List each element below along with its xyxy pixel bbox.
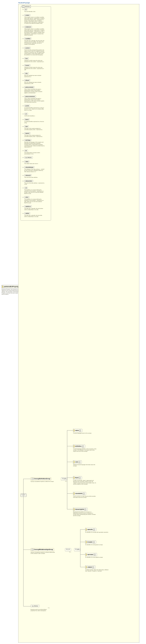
concept-rel-child-sameAs: sameAs+An identifier of a concept with e… xyxy=(85,528,108,533)
attr-validfrom: validfromThe date (and, optionally, the … xyxy=(24,206,50,210)
concept-rel-desc: A group of properties required to indica… xyxy=(31,552,55,554)
attr-pubconstrainturi: pubconstrainturiOne or many constraints … xyxy=(24,96,50,103)
attr-typeuri: typeuriThe type of the concept assigned … xyxy=(24,132,50,137)
concept-def-seq: 0..∞ xyxy=(61,478,67,482)
attr-reluri: reluriThe identifier of a concept defini… xyxy=(24,196,50,204)
attr-dir: dirThe directionality of textual content… xyxy=(24,150,50,154)
attr-rel: relThe identifier of a concept defining … xyxy=(24,187,50,194)
attr-how: howIndicates by which means the value wa… xyxy=(24,58,50,62)
attr-type: typeThe type of the concept assigned as … xyxy=(24,125,50,130)
root-label: publishedExtProperty xyxy=(4,286,19,287)
attr-creatoruri: creatoruriIf the property value is not d… xyxy=(24,26,50,36)
concept-rel-child-related: related+A related concept, where the rel… xyxy=(85,566,108,572)
attributes-box: −attributes idThe local identifier of th… xyxy=(21,6,51,220)
concept-def-child-facet: facet+In NAR 1.8 and later, 'facet' is d… xyxy=(73,476,96,485)
concept-def-child-note: note+Additional natural language informa… xyxy=(73,460,96,466)
attr-valueunit: valueunitThe unit of the value attribute… xyxy=(24,174,50,178)
attr-modified: modifiedThe date (and, optionally, the t… xyxy=(24,38,50,45)
attr-qcode: qcodeA concept identifier expressed as a… xyxy=(24,105,50,111)
attr-creator: creatorIf the property value is not defi… xyxy=(24,14,50,24)
main-sequence xyxy=(21,494,27,497)
attr-whyuri: whyuriWhy the metadata has been included… xyxy=(24,79,50,84)
concept-def-child-remoteInfo: remoteInfo+A link to an item or a web re… xyxy=(73,492,96,498)
attr-pubconstraint: pubconstraintOne or many constraints tha… xyxy=(24,86,50,94)
concept-rel-child-narrower: narrower+An identifier of a more specifi… xyxy=(85,553,103,558)
attr-xml:lang: xml:langSpecifies the language of this p… xyxy=(24,139,50,148)
concept-def-child-definition: definition+A natural language definition… xyxy=(73,445,96,452)
attr-valuedatatype: valuedatatypeThe datatype of the value a… xyxy=(24,166,50,172)
attr-any_other: any ##other xyxy=(24,156,50,158)
concept-def-child-name: name+A natural language name for the con… xyxy=(73,429,91,434)
attr-uri: uriA URI which identifies a xyxy=(24,113,50,116)
concept-relationships-group: −ConceptRelationshipsGroup A group of pr… xyxy=(31,548,55,554)
attr-literal: literalA concept identifier expressed as… xyxy=(24,118,50,123)
attr-valueunituri: valueunituriThe unit of the value attrib… xyxy=(24,180,50,185)
attr-custom: customIf set to true the corresponding p… xyxy=(24,47,50,56)
any-other-element: any ##other 0..∞ Extension point for pro… xyxy=(31,605,50,611)
concept-rel-choice xyxy=(74,548,80,552)
type-container: −attributes idThe local identifier of th… xyxy=(18,4,139,642)
concept-definition-group: −ConceptDefinitionGroup A group of prope… xyxy=(31,478,54,482)
concept-def-desc: A group of properties required to define… xyxy=(31,481,54,482)
concept-rel-seq: 0..∞ xyxy=(65,548,71,552)
attr-why: whyWhy the metadata has been included - … xyxy=(24,72,50,77)
concept-def-child-hierarchyInfo: hierarchyInfo+Represents the position of… xyxy=(73,508,96,516)
attr-value: valueThe related value (see more in xyxy=(24,160,50,164)
attributes-header[interactable]: −attributes xyxy=(22,5,31,8)
attr-id: idThe local identifier of the xyxy=(24,8,50,12)
attr-validto: validtoThe date (and, optionally, the ti… xyxy=(24,212,50,217)
concept-rel-child-broader: broader+An identifier of a more generic … xyxy=(85,540,103,545)
type-name: Flex2ExtPropType xyxy=(18,2,144,4)
attr-howuri: howuriIndicates by which means the value… xyxy=(24,64,50,70)
